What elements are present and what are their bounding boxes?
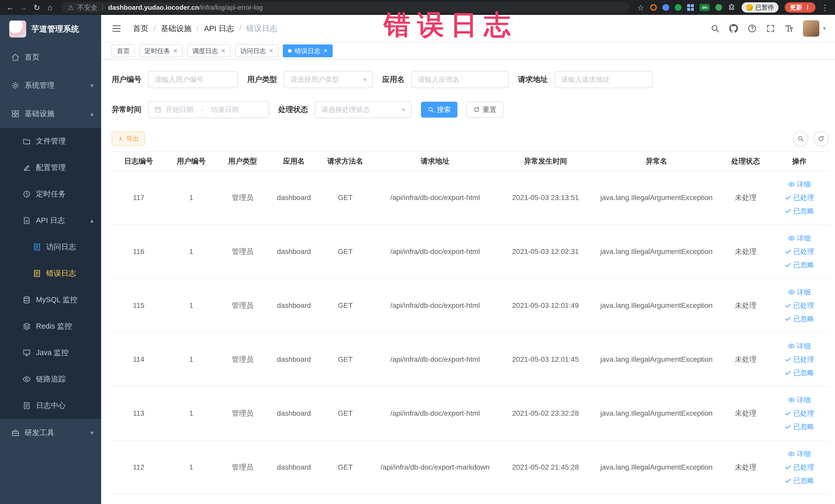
- processed-link[interactable]: 已处理: [785, 193, 814, 202]
- sidebar-item-API 日志[interactable]: API 日志▴: [0, 207, 101, 234]
- cell-method: GET: [320, 409, 371, 418]
- user-type-select[interactable]: 请选择用户类型 ▾: [284, 71, 373, 88]
- download-icon: [118, 136, 123, 141]
- breadcrumb-item[interactable]: 首页: [133, 23, 148, 34]
- extension-icon-4[interactable]: [715, 4, 722, 11]
- sidebar-item-Redis 监控[interactable]: Redis 监控: [0, 313, 101, 339]
- processed-link[interactable]: 已处理: [785, 247, 814, 256]
- cell-time: 2021-05-03 23:13:51: [499, 194, 592, 202]
- sidebar-item-配置管理[interactable]: 配置管理: [0, 154, 101, 181]
- detail-link[interactable]: 详细: [788, 234, 811, 243]
- ignored-link[interactable]: 已忽略: [785, 206, 814, 216]
- sidebar-item-MySQL 监控[interactable]: MySQL 监控: [0, 286, 101, 313]
- cell-user_type: 管理员: [217, 193, 268, 203]
- avatar-caret-icon[interactable]: ▾: [823, 25, 826, 32]
- extension-icon-3[interactable]: [675, 4, 681, 11]
- extensions-puzzle-icon[interactable]: [726, 2, 737, 13]
- tab-close-icon[interactable]: ×: [173, 47, 177, 55]
- fullscreen-icon[interactable]: [766, 24, 775, 33]
- detail-link[interactable]: 详细: [788, 449, 811, 459]
- processed-link[interactable]: 已处理: [785, 355, 814, 364]
- chevron-down-icon: ▾: [90, 429, 94, 437]
- browser-home-icon[interactable]: ⌂: [44, 2, 56, 13]
- reload-icon[interactable]: ↻: [31, 2, 43, 13]
- hamburger-icon[interactable]: [111, 23, 122, 34]
- user-avatar[interactable]: [803, 20, 819, 37]
- search-button[interactable]: 搜索: [421, 102, 457, 118]
- sidebar-item-错误日志[interactable]: 错误日志: [0, 260, 101, 286]
- detail-link[interactable]: 详细: [788, 396, 811, 405]
- breadcrumb-item[interactable]: 基础设施: [161, 23, 191, 34]
- sidebar-item-研发工具[interactable]: 研发工具▾: [0, 419, 101, 447]
- ignored-link[interactable]: 已忽略: [785, 422, 814, 431]
- export-button[interactable]: 导出: [111, 132, 145, 146]
- bookmark-star-icon[interactable]: ☆: [635, 2, 647, 13]
- sidebar-item-首页[interactable]: 首页: [0, 43, 101, 72]
- cell-actions: 详细已处理已忽略: [770, 449, 829, 485]
- sidebar-item-链路追踪[interactable]: 链路追踪: [0, 366, 101, 392]
- table-row: 1171管理员dashboardGET/api/infra/db-doc/exp…: [111, 171, 829, 225]
- ignored-link[interactable]: 已忽略: [785, 368, 814, 378]
- tab-label: 首页: [117, 47, 130, 55]
- profile-paused-badge[interactable]: 已暂停: [741, 2, 778, 13]
- user-id-input[interactable]: [148, 71, 238, 88]
- detail-link[interactable]: 详细: [788, 341, 811, 351]
- page-content: 用户编号 用户类型 请选择用户类型 ▾ 应用名 请求地址 异常: [101, 60, 835, 504]
- sidebar-item-访问日志[interactable]: 访问日志: [0, 234, 101, 260]
- forward-icon[interactable]: →: [18, 2, 29, 13]
- ignored-link[interactable]: 已忽略: [785, 314, 814, 323]
- toggle-search-button[interactable]: [793, 131, 808, 146]
- refresh-table-button[interactable]: [814, 131, 829, 146]
- sidebar-item-Java 监控[interactable]: Java 监控: [0, 339, 101, 366]
- exception-time-range[interactable]: 开始日期 - 结束日期: [148, 101, 269, 118]
- browser-menu-icon[interactable]: ⋮: [819, 2, 831, 13]
- tab-close-icon[interactable]: ×: [221, 47, 225, 55]
- sidebar-item-label: 日志中心: [36, 401, 66, 411]
- tab-错误日志[interactable]: 错误日志×: [283, 44, 333, 57]
- detail-link[interactable]: 详细: [788, 287, 811, 297]
- sidebar-item-定时任务[interactable]: 定时任务: [0, 181, 101, 207]
- sidebar-item-日志中心[interactable]: 日志中心: [0, 392, 101, 419]
- detail-link[interactable]: 详细: [788, 180, 811, 189]
- extension-grid-icon[interactable]: [687, 4, 694, 11]
- search-icon[interactable]: [711, 24, 720, 33]
- github-icon[interactable]: [729, 24, 738, 33]
- processed-link[interactable]: 已处理: [785, 463, 814, 472]
- sidebar-item-基础设施[interactable]: 基础设施▴: [0, 100, 101, 128]
- log-center-icon: [23, 402, 31, 410]
- cell-url: /api/infra/db-doc/export-markdown: [371, 463, 499, 471]
- database-icon: [23, 296, 31, 304]
- tab-首页[interactable]: 首页: [111, 44, 135, 57]
- tab-调度日志[interactable]: 调度日志×: [187, 44, 230, 57]
- extension-on-badge[interactable]: on: [699, 4, 710, 11]
- table-row: 1131管理员dashboardGET/api/infra/db-doc/exp…: [111, 387, 829, 441]
- tab-访问日志[interactable]: 访问日志×: [235, 44, 278, 57]
- reset-button[interactable]: 重置: [466, 102, 504, 118]
- font-size-icon[interactable]: [785, 24, 794, 33]
- address-bar[interactable]: ⚠ 不安全 dashboard.yudao.iocoder.cn/infra/l…: [61, 2, 630, 13]
- sidebar-item-系统管理[interactable]: 系统管理▾: [0, 72, 101, 100]
- ignored-link[interactable]: 已忽略: [785, 476, 814, 485]
- action-label: 已忽略: [793, 260, 814, 269]
- tab-close-icon[interactable]: ×: [323, 47, 328, 55]
- sidebar-logo[interactable]: 芋道管理系统: [0, 15, 101, 43]
- cell-actions: 详细已处理已忽略: [770, 234, 829, 269]
- ignored-link[interactable]: 已忽略: [785, 260, 814, 269]
- extension-icon-2[interactable]: [663, 4, 669, 11]
- update-button[interactable]: 更新⋮: [785, 2, 815, 13]
- back-icon[interactable]: ←: [4, 2, 16, 13]
- column-header: 日志编号: [111, 156, 166, 166]
- extension-icon-1[interactable]: [650, 4, 657, 11]
- breadcrumb-item[interactable]: API 日志: [204, 23, 234, 34]
- help-icon[interactable]: [748, 24, 757, 33]
- tab-定时任务[interactable]: 定时任务×: [139, 44, 183, 57]
- processed-link[interactable]: 已处理: [785, 409, 814, 418]
- sidebar-item-文件管理[interactable]: 文件管理: [0, 128, 101, 154]
- address-separator: [102, 4, 103, 11]
- tab-close-icon[interactable]: ×: [269, 47, 273, 55]
- processed-link[interactable]: 已处理: [785, 301, 814, 310]
- app-name-input[interactable]: [411, 71, 509, 88]
- process-status-select[interactable]: 请选择处理状态 ▾: [315, 101, 412, 118]
- select-placeholder: 请选择处理状态: [321, 105, 370, 114]
- request-url-input[interactable]: [554, 71, 653, 88]
